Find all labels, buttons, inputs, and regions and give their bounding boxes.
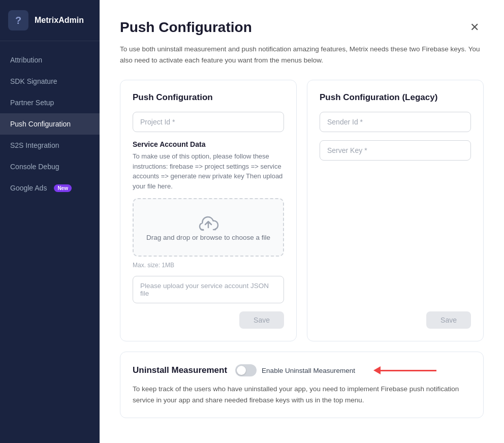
- project-id-input[interactable]: [133, 112, 284, 132]
- sender-id-input[interactable]: [320, 112, 471, 132]
- sidebar-item-google-ads[interactable]: Google Ads New: [0, 177, 100, 199]
- push-config-card: Push Configuration Service Account Data …: [120, 80, 297, 341]
- google-ads-badge: New: [54, 184, 72, 192]
- main-content: Push Configuration ✕ To use both uninsta…: [100, 0, 504, 443]
- arrow-head: [373, 366, 381, 374]
- cards-row: Push Configuration Service Account Data …: [120, 80, 484, 341]
- toggle-label: Enable Uninstall Measurement: [262, 367, 355, 374]
- sidebar-item-s2s-integration[interactable]: S2S Integration: [0, 135, 100, 156]
- sidebar-nav: Attribution SDK Signature Partner Setup …: [0, 41, 100, 443]
- file-upload-area[interactable]: Drag and drop or browse to choose a file: [133, 198, 284, 257]
- service-account-desc: To make use of this option, please follo…: [133, 151, 284, 191]
- arrow-annotation: [373, 366, 436, 374]
- upload-icon: [196, 213, 220, 234]
- sidebar-item-sdk-signature[interactable]: SDK Signature: [0, 71, 100, 92]
- uninstall-card: Uninstall Measurement Enable Uninstall M…: [120, 352, 484, 418]
- sidebar-item-partner-setup[interactable]: Partner Setup: [0, 92, 100, 113]
- uninstall-header: Uninstall Measurement Enable Uninstall M…: [133, 364, 471, 376]
- uninstall-title: Uninstall Measurement: [133, 365, 227, 375]
- legacy-save-button[interactable]: Save: [426, 311, 471, 329]
- logo-name: MetrixAdmin: [35, 16, 84, 25]
- push-config-legacy-card: Push Configuration (Legacy) Save: [307, 80, 484, 341]
- red-arrow: [373, 366, 436, 374]
- sidebar: ? MetrixAdmin Attribution SDK Signature …: [0, 0, 100, 443]
- page-header: Push Configuration ✕: [120, 18, 484, 37]
- push-config-legacy-title: Push Configuration (Legacy): [320, 92, 471, 103]
- json-file-message: Please upload your service account JSON …: [133, 276, 284, 303]
- sidebar-logo: ? MetrixAdmin: [0, 0, 100, 41]
- page-title: Push Configuration: [120, 19, 252, 36]
- upload-text: Drag and drop or browse to choose a file: [146, 234, 270, 241]
- service-account-title: Service Account Data: [133, 140, 284, 148]
- sidebar-item-push-configuration[interactable]: Push Configuration: [0, 113, 100, 135]
- close-button[interactable]: ✕: [465, 18, 484, 37]
- arrow-line: [381, 370, 436, 371]
- push-config-card-title: Push Configuration: [133, 92, 284, 103]
- toggle-group: Enable Uninstall Measurement: [235, 364, 355, 376]
- max-size-label: Max. size: 1MB: [133, 262, 284, 269]
- server-key-input[interactable]: [320, 140, 471, 161]
- push-config-save-button[interactable]: Save: [239, 311, 284, 329]
- sidebar-item-console-debug[interactable]: Console Debug: [0, 156, 100, 177]
- toggle-knob: [237, 366, 246, 375]
- logo-icon: ?: [8, 10, 28, 30]
- page-description: To use both uninstall measurement and pu…: [120, 44, 484, 66]
- enable-uninstall-toggle[interactable]: [235, 364, 257, 376]
- uninstall-description: To keep track of the users who have unin…: [133, 384, 471, 405]
- sidebar-item-attribution[interactable]: Attribution: [0, 49, 100, 71]
- legacy-card-inner: Push Configuration (Legacy) Save: [320, 92, 471, 329]
